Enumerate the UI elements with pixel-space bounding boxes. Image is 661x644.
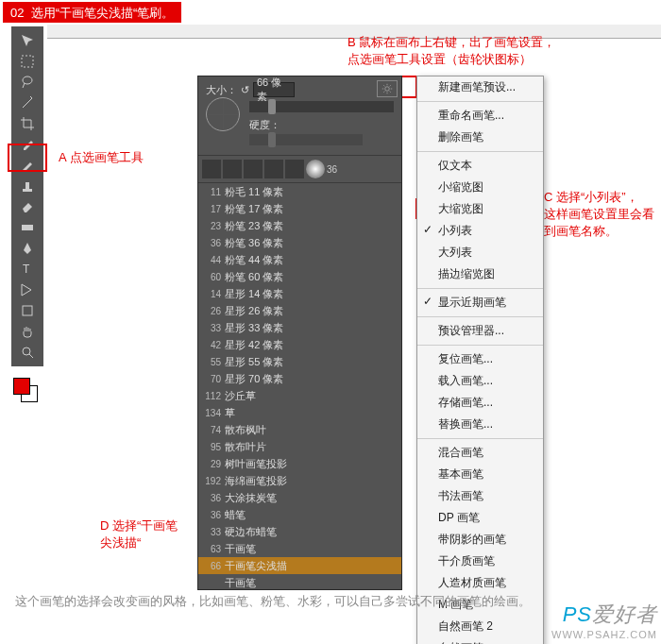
stamp-tool[interactable] xyxy=(13,176,42,196)
menu-item[interactable]: 带阴影的画笔 xyxy=(417,529,543,551)
menu-item[interactable]: 仅文本 xyxy=(417,155,543,177)
brush-list-item[interactable]: 70星形 70 像素 xyxy=(198,370,401,387)
size-slider[interactable] xyxy=(249,101,394,112)
gradient-tool[interactable] xyxy=(13,217,42,238)
brush-size: 33 xyxy=(202,323,221,333)
foreground-color[interactable] xyxy=(13,378,30,395)
brush-list-item[interactable]: 33星形 33 像素 xyxy=(198,319,401,336)
menu-item[interactable]: 重命名画笔... xyxy=(417,105,543,127)
brush-list-item[interactable]: 14星形 14 像素 xyxy=(198,285,401,302)
menu-item[interactable]: 大缩览图 xyxy=(417,198,543,220)
hardness-slider[interactable] xyxy=(249,134,363,145)
menu-item[interactable]: 预设管理器... xyxy=(417,320,543,342)
svg-point-8 xyxy=(385,87,390,92)
brush-size: 55 xyxy=(202,357,221,367)
menu-separator xyxy=(417,151,543,152)
menu-item[interactable]: 删除画笔 xyxy=(417,127,543,148)
menu-item[interactable]: 描边缩览图 xyxy=(417,263,543,285)
menu-item[interactable]: 存储画笔... xyxy=(417,392,543,414)
menu-item[interactable]: 载入画笔... xyxy=(417,370,543,392)
brush-list-item[interactable]: 134草 xyxy=(198,404,401,421)
brush-name: 粉毛 11 像素 xyxy=(225,185,283,199)
lasso-tool[interactable] xyxy=(13,72,42,93)
brush-name: 沙丘草 xyxy=(225,389,256,403)
brush-list-item[interactable]: 11粉毛 11 像素 xyxy=(198,183,401,200)
brush-list[interactable]: 11粉毛 11 像素17粉笔 17 像素23粉笔 23 像素36粉笔 36 像素… xyxy=(198,183,401,589)
eraser-tool[interactable] xyxy=(13,196,42,217)
hardness-label: 硬度： xyxy=(249,119,280,130)
menu-item[interactable]: 复位画笔... xyxy=(417,348,543,370)
brush-list-item[interactable]: 23粉笔 23 像素 xyxy=(198,217,401,234)
brush-list-item[interactable]: 42星形 42 像素 xyxy=(198,336,401,353)
callout-a-text: A 点选画笔工具 xyxy=(59,149,144,166)
type-tool[interactable]: T xyxy=(13,259,42,280)
brush-tip-angle[interactable] xyxy=(206,97,240,131)
gear-icon[interactable] xyxy=(377,80,398,97)
brush-list-item[interactable]: 26星形 26 像素 xyxy=(198,302,401,319)
brush-size: 29 xyxy=(202,459,221,469)
menu-item[interactable]: 自然画笔 xyxy=(417,637,543,644)
size-input[interactable]: 66 像素 xyxy=(253,82,295,97)
menu-item[interactable]: 替换画笔... xyxy=(417,414,543,435)
brush-preview-thumb[interactable] xyxy=(264,160,283,178)
brush-list-item[interactable]: 63干画笔 xyxy=(198,540,401,557)
menu-item[interactable]: 大列表 xyxy=(417,242,543,263)
menu-item[interactable]: 新建画笔预设... xyxy=(417,76,543,98)
brush-name: 星形 14 像素 xyxy=(225,287,283,301)
brush-list-item[interactable]: 29树叶画笔投影 xyxy=(198,455,401,472)
brush-list-item[interactable]: 55星形 55 像素 xyxy=(198,353,401,370)
color-swatches[interactable] xyxy=(13,378,30,412)
brush-list-item[interactable]: 36粉笔 36 像素 xyxy=(198,234,401,251)
size-reset-icon[interactable]: ↺ xyxy=(241,84,249,96)
brush-settings-panel: 大小： ↺ 66 像素 硬度： 36 11粉毛 11 像素17粉笔 17 像素2… xyxy=(197,76,402,590)
brush-list-item[interactable]: 66干画笔尖浅描 xyxy=(198,557,401,574)
menu-item[interactable]: 基本画笔 xyxy=(417,464,543,485)
brush-list-item[interactable]: 44粉笔 44 像素 xyxy=(198,251,401,268)
move-tool[interactable] xyxy=(13,30,42,51)
path-tool[interactable] xyxy=(13,280,42,300)
menu-item[interactable]: 书法画笔 xyxy=(417,485,543,507)
shape-tool[interactable] xyxy=(13,300,42,321)
wm-ahz: 爱好者 xyxy=(592,602,657,626)
brush-preview-row: 36 xyxy=(198,156,401,183)
brush-name: 星形 42 像素 xyxy=(225,338,283,352)
brush-panel-header: 大小： ↺ 66 像素 硬度： xyxy=(198,76,401,156)
brush-list-item[interactable]: 60粉笔 60 像素 xyxy=(198,268,401,285)
crop-tool[interactable] xyxy=(13,113,42,134)
brush-preview-thumb[interactable] xyxy=(306,160,325,178)
brush-size: 36 xyxy=(202,510,221,520)
menu-item[interactable]: 人造材质画笔 xyxy=(417,572,543,594)
menu-item[interactable]: 小列表 xyxy=(417,220,543,242)
brush-preview-thumb[interactable] xyxy=(285,160,304,178)
hand-tool[interactable] xyxy=(13,321,42,342)
brush-preview-thumb[interactable] xyxy=(223,160,242,178)
menu-item[interactable]: 混合画笔 xyxy=(417,442,543,464)
brush-name: 散布叶片 xyxy=(225,440,266,454)
brush-preview-thumb[interactable] xyxy=(244,160,263,178)
brush-list-item[interactable]: 95散布叶片 xyxy=(198,438,401,455)
menu-item[interactable]: DP 画笔 xyxy=(417,507,543,529)
zoom-tool[interactable] xyxy=(13,342,42,363)
brush-list-item[interactable]: 192海绵画笔投影 xyxy=(198,472,401,489)
menu-item[interactable]: 干介质画笔 xyxy=(417,551,543,572)
menu-item[interactable]: 显示近期画笔 xyxy=(417,292,543,314)
brush-list-item[interactable]: 112沙丘草 xyxy=(198,387,401,404)
brush-list-item[interactable]: 干画笔 xyxy=(198,574,401,589)
brush-list-item[interactable]: 36蜡笔 xyxy=(198,506,401,523)
marquee-tool[interactable] xyxy=(13,51,42,72)
wand-tool[interactable] xyxy=(13,93,42,113)
brush-list-item[interactable]: 74散布枫叶 xyxy=(198,421,401,438)
callout-c-text: C 选择“小列表”， 这样画笔设置里会看 到画笔名称。 xyxy=(544,189,654,240)
brush-list-item[interactable]: 36大涂抹炭笔 xyxy=(198,489,401,506)
menu-item[interactable]: 小缩览图 xyxy=(417,177,543,198)
step-header: 02 选用“干画笔尖浅描“笔刷。 xyxy=(3,2,181,23)
svg-rect-2 xyxy=(23,189,32,192)
brush-size: 33 xyxy=(202,527,221,537)
brush-preview-thumb[interactable] xyxy=(202,160,221,178)
pen-tool[interactable] xyxy=(13,238,42,259)
brush-list-item[interactable]: 33硬边布蜡笔 xyxy=(198,523,401,540)
brush-preview-num: 36 xyxy=(327,164,337,175)
brush-name: 粉笔 36 像素 xyxy=(225,236,283,250)
menu-item[interactable]: 自然画笔 2 xyxy=(417,616,543,637)
brush-list-item[interactable]: 17粉笔 17 像素 xyxy=(198,200,401,217)
